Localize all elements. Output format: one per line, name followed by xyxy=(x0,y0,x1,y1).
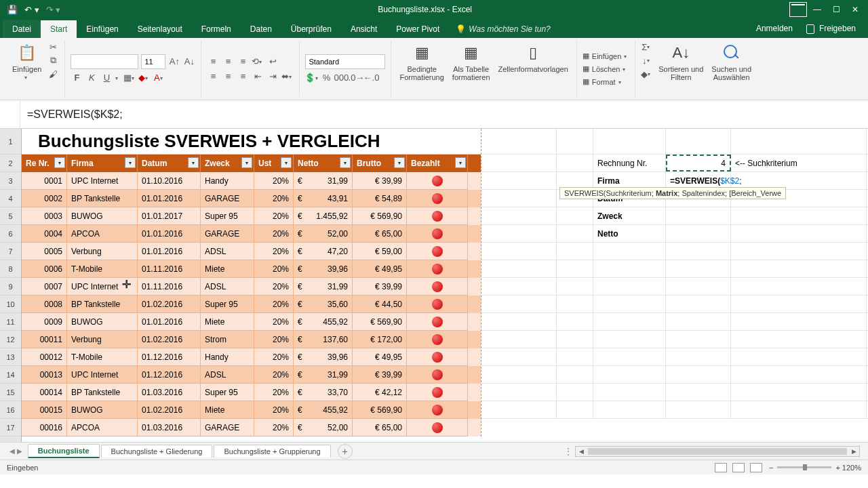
cell-ust[interactable]: 20% xyxy=(254,296,294,313)
cell-bezahlt[interactable] xyxy=(407,348,468,366)
cell-bezahlt[interactable] xyxy=(407,172,468,190)
cell-zweck[interactable]: Super 95 xyxy=(201,384,254,401)
conditional-formatting-button[interactable]: ▦ Bedingte Formatierung xyxy=(397,41,446,83)
cell-netto[interactable]: €47,20 xyxy=(294,243,353,260)
row-header[interactable]: 13 xyxy=(0,348,21,366)
cell-bezahlt[interactable] xyxy=(407,296,468,313)
cell-firma[interactable]: BP Tankstelle xyxy=(67,296,138,313)
rechnung-nr-value[interactable]: 4 xyxy=(666,155,731,171)
tab-data[interactable]: Daten xyxy=(241,20,281,38)
ribbon-options-button[interactable] xyxy=(789,2,807,17)
table-row[interactable]: 0002BP Tankstelle01.01.2016GARAGE20%€43,… xyxy=(22,190,481,207)
align-center-icon[interactable]: ≡ xyxy=(222,70,234,83)
underline-button[interactable]: U xyxy=(100,72,113,84)
cell-bezahlt[interactable] xyxy=(407,207,468,225)
decrease-font-icon[interactable]: A↓ xyxy=(183,56,195,68)
horizontal-scrollbar[interactable]: ◀▶ xyxy=(575,446,860,457)
cell-ust[interactable]: 20% xyxy=(254,207,294,225)
cell-firma[interactable]: T-Mobile xyxy=(67,348,138,366)
cell-firma[interactable]: BP Tankstelle xyxy=(67,190,138,207)
cell-re[interactable]: 00011 xyxy=(22,331,67,348)
filter-button[interactable]: ▼ xyxy=(188,157,199,168)
cell-datum[interactable]: 01.01.2016 xyxy=(138,243,201,260)
cell-netto[interactable]: €43,91 xyxy=(294,190,353,207)
cell-brutto[interactable]: € 39,99 xyxy=(353,366,407,384)
formula-input[interactable]: =SVERWEIS($K$2; xyxy=(20,108,868,121)
filter-button[interactable]: ▼ xyxy=(125,157,136,168)
page-layout-view-button[interactable] xyxy=(732,463,745,472)
cell-firma[interactable]: BUWOG xyxy=(67,313,138,331)
cell-zweck[interactable]: Miete xyxy=(201,313,254,331)
cell-brutto[interactable]: € 59,00 xyxy=(353,243,407,260)
filter-button[interactable]: ▼ xyxy=(241,157,252,168)
cell-re[interactable]: 0008 xyxy=(22,296,67,313)
cell-datum[interactable]: 01.01.2017 xyxy=(138,207,201,225)
cell-bezahlt[interactable] xyxy=(407,419,468,436)
cell-bezahlt[interactable] xyxy=(407,243,468,260)
cell-ust[interactable]: 20% xyxy=(254,278,294,296)
cell-datum[interactable]: 01.11.2016 xyxy=(138,278,201,296)
cell-firma[interactable]: UPC Internet xyxy=(67,366,138,384)
filter-button[interactable]: ▼ xyxy=(394,157,405,168)
cell-firma[interactable]: UPC Internet xyxy=(67,278,138,296)
cell-netto[interactable]: €455,92 xyxy=(294,313,353,331)
cell-re[interactable]: 00014 xyxy=(22,384,67,401)
bold-button[interactable]: F xyxy=(71,72,83,84)
tab-review[interactable]: Überprüfen xyxy=(281,20,341,38)
format-painter-icon[interactable]: 🖌 xyxy=(47,68,59,80)
row-header[interactable]: 9 xyxy=(0,278,21,296)
cell-netto[interactable]: €39,96 xyxy=(294,348,353,366)
cell-datum[interactable]: 01.03.2016 xyxy=(138,419,201,436)
cell-netto[interactable]: €31,99 xyxy=(294,278,353,296)
tab-page-layout[interactable]: Seitenlayout xyxy=(128,20,192,38)
cell-brutto[interactable]: € 65,00 xyxy=(353,419,407,436)
cell-re[interactable]: 00016 xyxy=(22,419,67,436)
as-table-button[interactable]: ▦ Als Tabelle formatieren xyxy=(450,41,493,83)
font-size-select[interactable] xyxy=(141,54,165,69)
cell-brutto[interactable]: € 569,90 xyxy=(353,401,407,419)
cell-ust[interactable]: 20% xyxy=(254,331,294,348)
cell-bezahlt[interactable] xyxy=(407,331,468,348)
cell-bezahlt[interactable] xyxy=(407,366,468,384)
fill-color-icon[interactable]: ◆▾ xyxy=(138,72,151,84)
tab-power-pivot[interactable]: Power Pivot xyxy=(387,20,449,38)
cell-datum[interactable]: 01.01.2016 xyxy=(138,313,201,331)
cell-netto[interactable]: €31,99 xyxy=(294,172,353,190)
filter-button[interactable]: ▼ xyxy=(340,157,351,168)
font-name-select[interactable] xyxy=(71,54,138,69)
table-row[interactable]: 0004APCOA01.01.2016GARAGE20%€52,00€ 65,0… xyxy=(22,225,481,243)
filter-button[interactable]: ▼ xyxy=(54,157,65,168)
worksheet-grid[interactable]: 1 2 3 4 5 6 7 8 9 10 11 12 13 14 15 16 1… xyxy=(0,129,868,442)
cell-zweck[interactable]: ADSL xyxy=(201,366,254,384)
row-header[interactable]: 2 xyxy=(0,155,21,172)
cell-zweck[interactable]: Handy xyxy=(201,172,254,190)
table-row[interactable]: 0005Verbung01.01.2016ADSL20%€47,20€ 59,0… xyxy=(22,243,481,260)
undo-icon[interactable]: ↶ ▾ xyxy=(24,5,39,15)
accounting-format-icon[interactable]: 💲▾ xyxy=(305,72,317,84)
cell-datum[interactable]: 01.12.2016 xyxy=(138,366,201,384)
cell-ust[interactable]: 20% xyxy=(254,401,294,419)
cell-zweck[interactable]: Handy xyxy=(201,348,254,366)
cell-re[interactable]: 0002 xyxy=(22,190,67,207)
tab-insert[interactable]: Einfügen xyxy=(77,20,127,38)
paste-button[interactable]: 📋 Einfügen ▾ xyxy=(9,41,44,81)
row-header[interactable]: 1 xyxy=(0,129,21,155)
cell-ust[interactable]: 20% xyxy=(254,366,294,384)
cell-brutto[interactable]: € 44,50 xyxy=(353,296,407,313)
italic-button[interactable]: K xyxy=(85,72,98,84)
cell-re[interactable]: 0005 xyxy=(22,243,67,260)
cell-re[interactable]: 00015 xyxy=(22,401,67,419)
cell-brutto[interactable]: € 54,89 xyxy=(353,190,407,207)
cell-ust[interactable]: 20% xyxy=(254,384,294,401)
copy-icon[interactable]: ⧉ xyxy=(47,54,59,66)
cell-zweck[interactable]: GARAGE xyxy=(201,225,254,243)
cell-zweck[interactable]: Miete xyxy=(201,401,254,419)
normal-view-button[interactable] xyxy=(715,463,727,472)
row-header[interactable]: 10 xyxy=(0,296,21,313)
cell-brutto[interactable]: € 49,95 xyxy=(353,260,407,278)
find-select-button[interactable]: Suchen und Auswählen xyxy=(709,41,754,83)
decrease-decimal-icon[interactable]: ←.0 xyxy=(365,72,377,84)
delete-cells-button[interactable]: ▦ Löschen ▾ xyxy=(583,64,629,74)
filter-button[interactable]: ▼ xyxy=(281,157,292,168)
table-row[interactable]: 00013UPC Internet01.12.2016ADSL20%€31,99… xyxy=(22,366,481,384)
